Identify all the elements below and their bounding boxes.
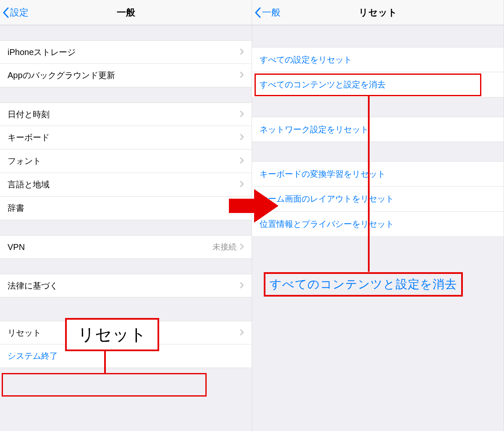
row-language-region[interactable]: 言語と地域	[0, 173, 252, 197]
group-gap	[252, 97, 504, 117]
row-legal[interactable]: 法律に基づく	[0, 274, 252, 297]
row-label: 言語と地域	[8, 179, 240, 190]
row-label: すべての設定をリセット	[260, 54, 352, 66]
chevron-right-icon	[240, 47, 244, 57]
chevron-right-icon	[240, 110, 244, 119]
row-label: 日付と時刻	[8, 109, 240, 120]
chevron-left-icon	[255, 7, 261, 18]
row-label: フォント	[8, 155, 240, 167]
chevron-right-icon	[240, 156, 244, 166]
annotation-callout-erase: すべてのコンテンツと設定を消去	[264, 272, 463, 297]
group-gap	[0, 220, 252, 235]
group-gap	[0, 25, 252, 40]
row-erase-all-content[interactable]: すべてのコンテンツと設定を消去	[252, 72, 504, 97]
row-value: 未接続	[213, 242, 236, 252]
row-label: キーボード	[8, 132, 240, 143]
back-label: 設定	[10, 6, 29, 19]
page-title: 一般	[0, 6, 252, 19]
row-label: キーボードの変換学習をリセット	[260, 168, 386, 180]
annotation-label: すべてのコンテンツと設定を消去	[270, 278, 457, 291]
chevron-right-icon	[240, 242, 244, 252]
navbar-general: 設定 一般	[0, 0, 252, 25]
row-background-app-refresh[interactable]: Appのバックグラウンド更新	[0, 64, 252, 87]
annotation-highlight-reset-row	[2, 373, 207, 397]
row-label: システム終了	[8, 350, 244, 362]
chevron-right-icon	[240, 180, 244, 189]
annotation-callout-reset: リセット	[65, 318, 159, 351]
row-date-time[interactable]: 日付と時刻	[0, 102, 252, 126]
screen-reset: 一般 リセット すべての設定をリセット すべてのコンテンツと設定を消去 ネットワ…	[252, 0, 504, 431]
row-label: すべてのコンテンツと設定を消去	[260, 79, 386, 90]
row-label: ホーム画面のレイアウトをリセット	[260, 193, 394, 205]
row-fonts[interactable]: フォント	[0, 150, 252, 173]
row-label: iPhoneストレージ	[8, 47, 240, 58]
chevron-right-icon	[240, 328, 244, 338]
row-reset-home-layout[interactable]: ホーム画面のレイアウトをリセット	[252, 187, 504, 212]
row-vpn[interactable]: VPN 未接続	[0, 235, 252, 259]
back-label: 一般	[262, 6, 281, 19]
row-reset-all-settings[interactable]: すべての設定をリセット	[252, 47, 504, 72]
chevron-right-icon	[240, 133, 244, 142]
group-gap	[252, 25, 504, 47]
row-label: VPN	[8, 242, 213, 252]
row-label: 法律に基づく	[8, 280, 240, 292]
group-gap	[0, 297, 252, 321]
row-label: 辞書	[8, 202, 240, 214]
row-reset-keyboard-dict[interactable]: キーボードの変換学習をリセット	[252, 161, 504, 187]
filler	[252, 237, 504, 431]
group-gap	[0, 259, 252, 274]
chevron-right-icon	[240, 71, 244, 80]
row-iphone-storage[interactable]: iPhoneストレージ	[0, 40, 252, 64]
annotation-label: リセット	[78, 325, 147, 344]
row-label: Appのバックグラウンド更新	[8, 70, 240, 81]
chevron-right-icon	[240, 281, 244, 291]
group-gap	[0, 87, 252, 102]
row-reset-network[interactable]: ネットワーク設定をリセット	[252, 117, 504, 142]
chevron-left-icon	[3, 7, 9, 18]
group-gap	[252, 142, 504, 161]
row-label: 位置情報とプライバシーをリセット	[260, 218, 394, 230]
row-keyboard[interactable]: キーボード	[0, 126, 252, 150]
navbar-reset: 一般 リセット	[252, 0, 504, 25]
row-label: ネットワーク設定をリセット	[260, 124, 369, 135]
back-button-settings[interactable]: 設定	[0, 6, 32, 19]
screen-general: 設定 一般 iPhoneストレージ Appのバックグラウンド更新 日付と時刻 キ…	[0, 0, 252, 431]
row-reset-location-privacy[interactable]: 位置情報とプライバシーをリセット	[252, 212, 504, 237]
page-title: リセット	[252, 6, 504, 19]
back-button-general[interactable]: 一般	[252, 6, 284, 19]
row-dictionary[interactable]: 辞書	[0, 197, 252, 220]
chevron-right-icon	[240, 203, 244, 213]
